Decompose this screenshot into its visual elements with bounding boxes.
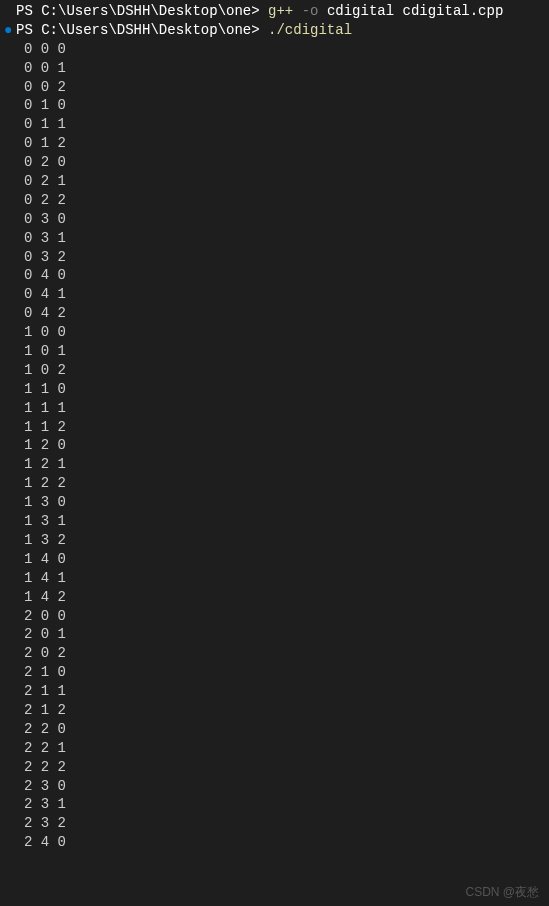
output-line: 0 2 0 (4, 153, 545, 172)
output-line: 1 2 0 (4, 436, 545, 455)
output-line: 1 1 0 (4, 380, 545, 399)
output-line: 0 3 2 (4, 248, 545, 267)
output-line: 0 3 1 (4, 229, 545, 248)
output-line: 0 4 2 (4, 304, 545, 323)
command-flag: -o (293, 3, 318, 19)
output-line: 2 4 0 (4, 833, 545, 852)
prompt-path: PS C:\Users\DSHH\Desktop\one> (16, 3, 268, 19)
watermark-text: CSDN @夜愁 (465, 884, 539, 900)
command-name: g++ (268, 3, 293, 19)
prompt-path: PS C:\Users\DSHH\Desktop\one> (16, 22, 268, 38)
modified-indicator-icon: ● (4, 21, 16, 40)
output-line: 1 2 2 (4, 474, 545, 493)
output-line: 2 3 1 (4, 795, 545, 814)
output-line: 1 3 1 (4, 512, 545, 531)
command-name: ./cdigital (268, 22, 352, 38)
output-line: 1 0 2 (4, 361, 545, 380)
output-line: 2 1 2 (4, 701, 545, 720)
terminal-prompt-line-2: ●PS C:\Users\DSHH\Desktop\one> ./cdigita… (4, 21, 545, 40)
output-line: 0 2 2 (4, 191, 545, 210)
output-line: 0 3 0 (4, 210, 545, 229)
output-line: 1 1 1 (4, 399, 545, 418)
output-line: 0 1 0 (4, 96, 545, 115)
output-line: 0 4 0 (4, 266, 545, 285)
output-line: 2 3 2 (4, 814, 545, 833)
output-line: 1 0 0 (4, 323, 545, 342)
output-line: 1 3 2 (4, 531, 545, 550)
output-line: 0 1 1 (4, 115, 545, 134)
output-line: 2 0 0 (4, 607, 545, 626)
output-line: 2 3 0 (4, 777, 545, 796)
output-line: 1 3 0 (4, 493, 545, 512)
output-line: 2 1 0 (4, 663, 545, 682)
output-line: 0 1 2 (4, 134, 545, 153)
command-args: cdigital cdigital.cpp (318, 3, 503, 19)
terminal-prompt-line-1: PS C:\Users\DSHH\Desktop\one> g++ -o cdi… (4, 2, 545, 21)
output-line: 2 1 1 (4, 682, 545, 701)
output-line: 1 4 0 (4, 550, 545, 569)
output-line: 2 0 2 (4, 644, 545, 663)
output-line: 0 0 2 (4, 78, 545, 97)
output-line: 1 0 1 (4, 342, 545, 361)
output-line: 2 2 2 (4, 758, 545, 777)
terminal-output: 0 0 00 0 10 0 20 1 00 1 10 1 20 2 00 2 1… (4, 40, 545, 852)
output-line: 2 2 0 (4, 720, 545, 739)
output-line: 0 2 1 (4, 172, 545, 191)
output-line: 2 0 1 (4, 625, 545, 644)
output-line: 0 4 1 (4, 285, 545, 304)
output-line: 2 2 1 (4, 739, 545, 758)
output-line: 1 4 2 (4, 588, 545, 607)
output-line: 1 1 2 (4, 418, 545, 437)
output-line: 0 0 0 (4, 40, 545, 59)
output-line: 0 0 1 (4, 59, 545, 78)
output-line: 1 2 1 (4, 455, 545, 474)
output-line: 1 4 1 (4, 569, 545, 588)
